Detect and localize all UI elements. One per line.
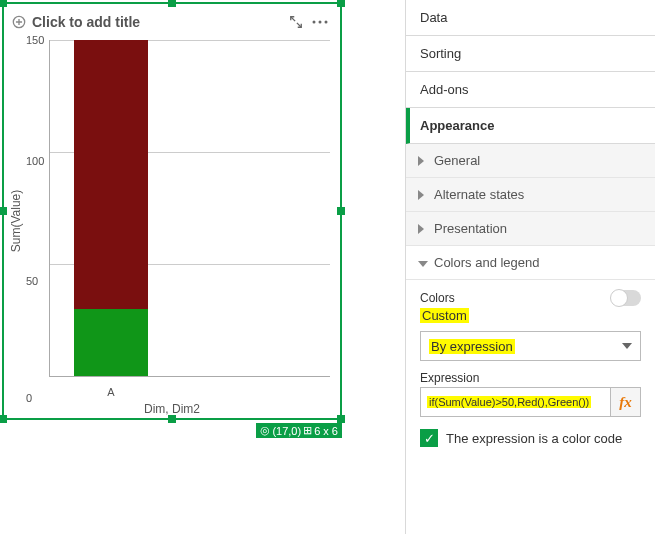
sub-label: Alternate states (434, 187, 524, 202)
resize-handle[interactable] (0, 415, 7, 423)
sub-item-general[interactable]: General (406, 144, 655, 178)
resize-handle[interactable] (0, 0, 7, 7)
y-tick: 50 (26, 275, 38, 287)
colors-legend-body: Colors Custom By expression Expression i… (406, 280, 655, 457)
custom-label: Custom (420, 308, 469, 323)
svg-point-1 (313, 21, 316, 24)
appearance-subsections: General Alternate states Presentation Co… (406, 144, 655, 457)
grid-icon: ⊞ (303, 424, 312, 437)
y-axis-label: Sum(Value) (9, 190, 23, 252)
checkbox[interactable]: ✓ (420, 429, 438, 447)
panel-tab-sorting[interactable]: Sorting (406, 36, 655, 72)
panel-tab-data[interactable]: Data (406, 0, 655, 36)
chevron-right-icon (418, 156, 424, 166)
check-icon: ✓ (424, 431, 435, 446)
chart-body: Sum(Value) 150 100 50 0 A (4, 40, 340, 402)
canvas-area[interactable]: Click to add title Sum(Value) 150 100 50… (0, 0, 405, 534)
expression-input[interactable]: if(Sum(Value)>50,Red(),Green()) (421, 388, 610, 416)
plus-circle-icon (12, 15, 26, 29)
chart-object[interactable]: Click to add title Sum(Value) 150 100 50… (2, 2, 342, 420)
dropdown-value: By expression (429, 339, 515, 354)
size-text: 6 x 6 (314, 425, 338, 437)
options-button[interactable] (308, 10, 332, 34)
expression-field: if(Sum(Value)>50,Red(),Green()) fx (420, 387, 641, 417)
color-mode-dropdown[interactable]: By expression (420, 331, 641, 361)
bar-stack[interactable] (74, 40, 148, 376)
sub-label: Presentation (434, 221, 507, 236)
chevron-down-icon (622, 343, 632, 349)
sub-label: Colors and legend (434, 255, 540, 270)
chart-title-input[interactable]: Click to add title (12, 14, 284, 30)
sub-item-presentation[interactable]: Presentation (406, 212, 655, 246)
chevron-right-icon (418, 224, 424, 234)
x-axis-label: Dim, Dim2 (4, 402, 340, 416)
color-code-checkbox-row[interactable]: ✓ The expression is a color code (420, 429, 641, 447)
position-text: (17,0) (272, 425, 301, 437)
expand-icon (289, 15, 303, 29)
resize-handle[interactable] (337, 0, 345, 7)
fullscreen-button[interactable] (284, 10, 308, 34)
svg-point-3 (325, 21, 328, 24)
title-placeholder-text: Click to add title (32, 14, 140, 30)
target-icon: ◎ (260, 424, 270, 437)
colors-label: Colors (420, 291, 455, 305)
properties-panel: Data Sorting Add-ons Appearance General … (405, 0, 655, 534)
y-tick: 150 (26, 34, 44, 46)
svg-point-2 (319, 21, 322, 24)
resize-handle[interactable] (337, 415, 345, 423)
sub-label: General (434, 153, 480, 168)
sub-item-colors-legend[interactable]: Colors and legend (406, 246, 655, 280)
panel-tab-addons[interactable]: Add-ons (406, 72, 655, 108)
expression-value: if(Sum(Value)>50,Red(),Green()) (427, 396, 591, 408)
object-status: ◎ (17,0) ⊞ 6 x 6 (256, 423, 342, 438)
chevron-right-icon (418, 190, 424, 200)
resize-handle[interactable] (168, 0, 176, 7)
expression-label: Expression (420, 371, 479, 385)
y-tick: 100 (26, 155, 44, 167)
panel-tab-appearance[interactable]: Appearance (406, 108, 655, 144)
resize-handle[interactable] (168, 415, 176, 423)
sub-item-alternate-states[interactable]: Alternate states (406, 178, 655, 212)
x-tick: A (107, 386, 114, 398)
bar-segment (74, 309, 148, 376)
chevron-down-icon (418, 261, 428, 267)
fx-button[interactable]: fx (610, 388, 640, 416)
chart-header: Click to add title (4, 4, 340, 40)
colors-auto-toggle[interactable] (611, 290, 641, 306)
plot-area (49, 40, 330, 377)
bar-segment (74, 40, 148, 309)
more-icon (312, 20, 328, 24)
checkbox-label: The expression is a color code (446, 431, 622, 446)
